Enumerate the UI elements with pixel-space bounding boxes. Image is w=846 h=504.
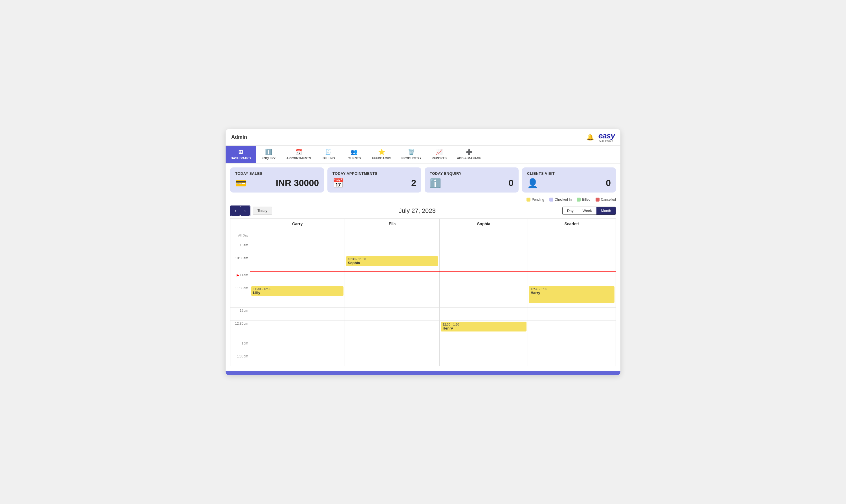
nav-enquiry-label: ENQUIRY [262, 157, 276, 160]
time-12pm: 12pm [230, 307, 250, 320]
cell-garry-12pm [250, 307, 345, 320]
appointments-cal-icon: 📅 [333, 178, 344, 188]
cell-ella-11am [345, 272, 440, 285]
calendar-date-title: July 27, 2023 [399, 207, 436, 215]
view-toggle: Day Week Month [562, 206, 616, 215]
calendar-grid: Garry Ella Sophia Scarlett All-Day 10a [230, 218, 616, 366]
logo-sub: SOFTWARE [598, 140, 615, 143]
logo-text: easy [598, 132, 615, 140]
calendar-wrapper: Garry Ella Sophia Scarlett All-Day 10a [226, 218, 620, 371]
nav-enquiry[interactable]: ℹ️ ENQUIRY [256, 146, 281, 163]
appt-henry-name: Henry [442, 326, 525, 330]
appt-sophia-ella[interactable]: 10:30 - 11:30 Sophia [346, 256, 438, 266]
view-week-button[interactable]: Week [578, 207, 596, 215]
next-button[interactable]: › [240, 206, 250, 216]
col-garry: Garry [250, 218, 345, 229]
prev-next-group: ‹ › [230, 205, 250, 216]
cell-ella-11-30am [345, 285, 440, 307]
appt-lilly-time: 11:30 - 12:30 [253, 287, 342, 291]
cell-sophia-1-30pm [440, 353, 528, 366]
allday-label: All-Day [230, 229, 250, 242]
cell-sophia-10am [440, 242, 528, 255]
card-clients-visit-body: 👤 0 [527, 178, 611, 188]
today-button[interactable]: Today [253, 206, 272, 215]
col-ella: Ella [345, 218, 440, 229]
cell-garry-11-30am: 11:30 - 12:30 Lilly [250, 285, 345, 307]
summary-row: TODAY SALES 💳 INR 30000 TODAY APPOINTMEN… [226, 163, 620, 196]
nav-appointments[interactable]: 📅 APPOINTMENTS [281, 146, 316, 163]
title-bar-right: 🔔 easy SOFTWARE [586, 132, 615, 143]
clients-visit-value: 0 [606, 178, 611, 188]
dashboard-icon: ⊞ [238, 148, 243, 155]
nav-add-manage[interactable]: ➕ ADD & MANAGE [452, 146, 487, 163]
legend-billed: Billed [577, 198, 590, 201]
cell-ella-12pm [345, 307, 440, 320]
allday-scarlett [528, 229, 616, 242]
time-11am: ▶11am [230, 272, 250, 285]
nav-feedbacks[interactable]: ⭐ FEEDBACKS [367, 146, 396, 163]
card-today-enquiry: TODAY ENQUIRY ℹ️ 0 [425, 167, 518, 193]
card-today-sales: TODAY SALES 💳 INR 30000 [230, 167, 324, 193]
legend-row: Pending Checked In Billed Cancelled [226, 196, 620, 203]
today-enquiry-value: 0 [508, 178, 513, 188]
nav-bar: ⊞ DASHBOARD ℹ️ ENQUIRY 📅 APPOINTMENTS 🧾 … [226, 146, 620, 163]
cell-garry-10-30am [250, 255, 345, 272]
cal-controls-left: ‹ › Today [230, 205, 272, 216]
nav-billing[interactable]: 🧾 BILLING [316, 146, 341, 163]
pending-dot [527, 198, 530, 201]
appt-henry-sophia[interactable]: 12:30 - 1:30 Henry [441, 322, 526, 331]
feedbacks-icon: ⭐ [378, 148, 385, 155]
allday-garry [250, 229, 345, 242]
row-1-30pm: 1:30pm [230, 353, 616, 366]
card-today-enquiry-title: TODAY ENQUIRY [430, 172, 513, 176]
cell-ella-10am [345, 242, 440, 255]
row-12pm: 12pm [230, 307, 616, 320]
cell-sophia-12-30pm: 12:30 - 1:30 Henry [440, 320, 528, 340]
title-bar: Admin 🔔 easy SOFTWARE [226, 129, 620, 146]
billed-label: Billed [582, 198, 590, 201]
nav-clients[interactable]: 👥 CLIENTS [341, 146, 367, 163]
time-10am: 10am [230, 242, 250, 255]
cell-garry-1-30pm [250, 353, 345, 366]
wallet-icon: 💳 [235, 178, 246, 188]
card-today-appointments-body: 📅 2 [333, 178, 416, 188]
cell-scarlett-12-30pm [528, 320, 616, 340]
today-appointments-value: 2 [411, 178, 416, 188]
billed-dot [577, 198, 581, 201]
billing-icon: 🧾 [325, 148, 332, 155]
pending-label: Pending [532, 198, 544, 201]
current-time-arrow: ▶ [236, 273, 239, 277]
nav-billing-label: BILLING [323, 157, 335, 160]
view-day-button[interactable]: Day [563, 207, 578, 215]
notification-bell-icon[interactable]: 🔔 [586, 133, 594, 141]
appt-lilly-name: Lilly [253, 291, 342, 295]
app-window: Admin 🔔 easy SOFTWARE ⊞ DASHBOARD ℹ️ ENQ… [226, 129, 620, 375]
time-1-30pm: 1:30pm [230, 353, 250, 366]
card-today-appointments: TODAY APPOINTMENTS 📅 2 [328, 167, 421, 193]
appt-lilly-garry[interactable]: 11:30 - 12:30 Lilly [251, 286, 343, 296]
checked-in-label: Checked In [555, 198, 572, 201]
cell-garry-10am [250, 242, 345, 255]
prev-button[interactable]: ‹ [231, 206, 240, 216]
nav-dashboard[interactable]: ⊞ DASHBOARD [226, 146, 256, 163]
nav-reports-label: REPORTS [432, 157, 447, 160]
card-today-sales-body: 💳 INR 30000 [235, 178, 319, 188]
nav-reports[interactable]: 📈 REPORTS [426, 146, 452, 163]
enquiry-icon: ℹ️ [265, 148, 272, 155]
cell-ella-12-30pm [345, 320, 440, 340]
reports-icon: 📈 [436, 148, 443, 155]
today-sales-value: INR 30000 [276, 178, 319, 188]
view-month-button[interactable]: Month [596, 207, 616, 215]
appt-harry-scarlett[interactable]: 12:30 - 1:30 Harry [529, 286, 615, 303]
cell-sophia-1pm [440, 340, 528, 353]
cell-garry-1pm [250, 340, 345, 353]
nav-products[interactable]: 🗑️ PRODUCTS ▾ [396, 146, 426, 163]
appt-sophia-name: Sophia [348, 261, 437, 265]
app-logo: easy SOFTWARE [598, 132, 615, 143]
time-10-30am: 10:30am [230, 255, 250, 272]
calendar-controls: ‹ › Today July 27, 2023 Day Week Month [226, 203, 620, 218]
appt-henry-time: 12:30 - 1:30 [442, 323, 525, 326]
products-icon: 🗑️ [408, 148, 415, 155]
cell-scarlett-1-30pm [528, 353, 616, 366]
row-11am: ▶11am [230, 272, 616, 285]
